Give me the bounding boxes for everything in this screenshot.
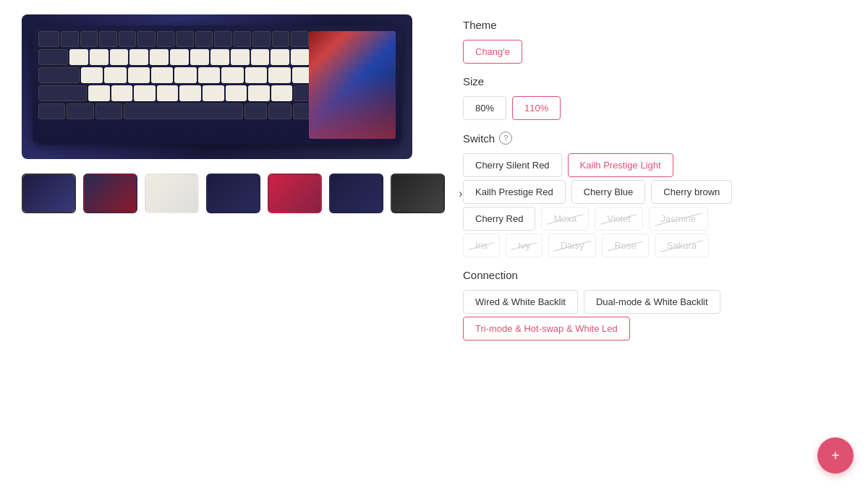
thumbnail-2[interactable] — [83, 174, 137, 213]
size-options: 80% 110% — [463, 96, 846, 120]
thumbnail-7[interactable] — [391, 174, 445, 213]
switch-iris[interactable]: Iris — [463, 234, 500, 257]
switch-header: Switch ? — [463, 132, 846, 145]
connection-dual-white[interactable]: Dual-mode & White Backlit — [584, 290, 720, 314]
right-panel: Theme Chang'e Size 80% 110% Switch ? Che… — [448, 0, 868, 488]
switch-kailh-prestige-red[interactable]: Kailh Prestige Red — [463, 180, 566, 204]
switch-row-4: Iris Ivy Daisy Rose Sakura — [463, 234, 846, 257]
size-option-80[interactable]: 80% — [463, 96, 506, 120]
left-panel: › — [0, 0, 448, 488]
main-product-image — [22, 14, 412, 159]
switch-kailh-prestige-light[interactable]: Kailh Prestige Light — [568, 153, 673, 177]
switch-label: Switch — [463, 132, 495, 145]
thumbnail-3[interactable] — [145, 174, 199, 213]
switch-row-1: Cherry Silent Red Kailh Prestige Light — [463, 153, 846, 177]
switch-cherry-red[interactable]: Cherry Red — [463, 207, 535, 231]
switch-help-icon[interactable]: ? — [499, 132, 512, 145]
switch-row-3: Cherry Red Moxa Violet Jasmine — [463, 207, 846, 231]
connection-options-2: Tri-mode & Hot-swap & White Led — [463, 317, 846, 341]
keyboard-visual — [33, 25, 401, 148]
connection-section: Connection Wired & White Backlit Dual-mo… — [463, 269, 846, 341]
switch-row-2: Kailh Prestige Red Cherry Blue Cherry br… — [463, 180, 846, 204]
switch-violet[interactable]: Violet — [595, 207, 642, 231]
thumbnail-5[interactable] — [268, 174, 322, 213]
size-label: Size — [463, 75, 846, 87]
theme-options: Chang'e — [463, 40, 846, 64]
thumbnail-strip: › — [22, 174, 427, 213]
switch-ivy[interactable]: Ivy — [506, 234, 542, 257]
switch-daisy[interactable]: Daisy — [548, 234, 597, 257]
keyboard-body — [33, 25, 401, 145]
cart-icon: + — [831, 448, 840, 464]
anime-artwork — [309, 31, 396, 139]
cart-button[interactable]: + — [817, 437, 854, 474]
connection-options: Wired & White Backlit Dual-mode & White … — [463, 290, 846, 314]
theme-option-change[interactable]: Chang'e — [463, 40, 522, 64]
switch-sakura[interactable]: Sakura — [655, 234, 709, 257]
switch-rose[interactable]: Rose — [602, 234, 648, 257]
switch-cherry-blue[interactable]: Cherry Blue — [571, 180, 646, 204]
connection-wired-white[interactable]: Wired & White Backlit — [463, 290, 578, 314]
switch-jasmine[interactable]: Jasmine — [649, 207, 708, 231]
connection-label: Connection — [463, 269, 846, 281]
switch-cherry-brown[interactable]: Cherry brown — [651, 180, 732, 204]
connection-tri-mode[interactable]: Tri-mode & Hot-swap & White Led — [463, 317, 630, 341]
thumbnail-4[interactable] — [206, 174, 260, 213]
switch-moxa[interactable]: Moxa — [541, 207, 589, 231]
thumbnail-1[interactable] — [22, 174, 76, 213]
switch-cherry-silent-red[interactable]: Cherry Silent Red — [463, 153, 562, 177]
thumbnail-6[interactable] — [329, 174, 383, 213]
theme-label: Theme — [463, 19, 846, 31]
size-option-110[interactable]: 110% — [512, 96, 561, 120]
